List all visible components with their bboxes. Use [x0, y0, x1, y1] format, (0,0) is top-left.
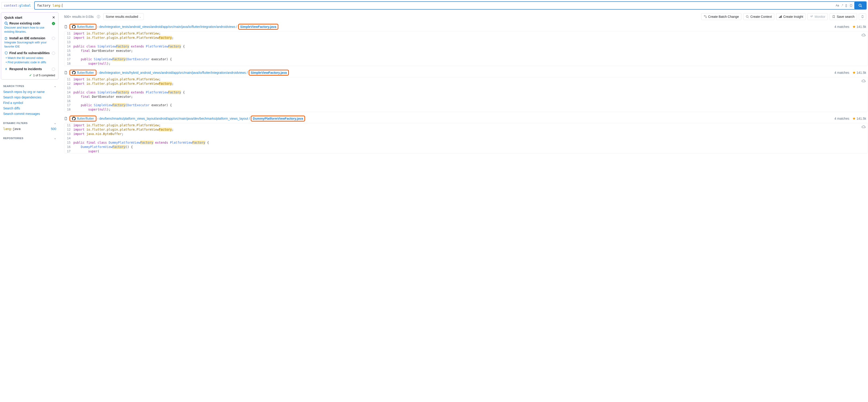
code-block[interactable]: 11import io.flutter.plugin.platform.Plat…	[64, 123, 868, 154]
quick-start-sublink[interactable]: Find problematic code in diffs	[6, 60, 51, 64]
code-line[interactable]: 14public class SimpleViewFactory extends…	[64, 44, 868, 49]
monitor-icon	[810, 15, 813, 18]
quick-start-card: Quick start ✕ Reuse existing code Discov…	[1, 12, 59, 79]
code-line[interactable]: 17 public SimpleViewFactory(DartExecutor…	[64, 103, 868, 107]
code-line[interactable]: 12import io.flutter.plugin.platform.Plat…	[64, 128, 868, 132]
progress-radio-icon	[52, 37, 55, 40]
dynamic-filters-header[interactable]: DYNAMIC FILTERS ⌄	[1, 120, 59, 126]
chevron-down-icon: ⌄	[54, 122, 57, 125]
repo-badge[interactable]: flutter/flutter	[69, 70, 96, 76]
quick-start-item[interactable]: Find and fix vulnerabilities Watch the 6…	[4, 51, 55, 64]
code-line[interactable]: 14	[64, 136, 868, 140]
smart-search-toggle[interactable]	[849, 3, 854, 7]
line-number: 11	[64, 123, 73, 128]
repo-name: flutter/flutter	[77, 25, 94, 29]
svg-point-6	[706, 17, 706, 18]
code-line[interactable]: 18 super(null);	[64, 61, 868, 66]
result-header[interactable]: flutter/flutter › dev/integration_tests/…	[64, 68, 868, 77]
filter-value: java	[13, 127, 21, 131]
code-line[interactable]: 13	[64, 86, 868, 90]
regex-toggle[interactable]: .*	[841, 4, 843, 7]
filename-badge[interactable]: DummyPlatformViewFactory.java	[251, 115, 305, 122]
code-line[interactable]: 17 public SimpleViewFactory(DartExecutor…	[64, 57, 868, 61]
info-icon[interactable]: i	[97, 15, 100, 18]
repo-badge[interactable]: flutter/flutter	[69, 24, 96, 30]
dynamic-filter[interactable]: lang:java500	[1, 126, 59, 132]
code-line[interactable]: 13import java.nio.ByteBuffer;	[64, 132, 868, 136]
result-header[interactable]: flutter/flutter › dev/benchmarks/platfor…	[64, 114, 868, 123]
structural-toggle[interactable]: []	[845, 4, 847, 7]
line-number: 13	[64, 86, 73, 90]
code-line[interactable]: 16 DummyPlatformViewFactory() {	[64, 145, 868, 149]
code-line[interactable]: 11import io.flutter.plugin.platform.Plat…	[64, 77, 868, 81]
create-insight-button[interactable]: Create Insight	[776, 13, 806, 20]
open-remote-icon[interactable]	[861, 125, 866, 129]
code-line[interactable]: 14public class SimpleViewFactory extends…	[64, 90, 868, 95]
progress-radio-icon	[52, 52, 55, 55]
code-line[interactable]: 11import io.flutter.plugin.platform.Plat…	[64, 31, 868, 36]
svg-line-4	[7, 24, 8, 25]
create-batch-change-button[interactable]: Create Batch Change	[701, 13, 742, 20]
file-path[interactable]: dev/benchmarks/platform_views_layout/and…	[99, 117, 248, 121]
bookmark-icon	[832, 15, 835, 18]
search-types-header[interactable]: SEARCH TYPES ⌄	[1, 83, 59, 89]
filename-badge[interactable]: SimpleViewFactory.java	[238, 24, 278, 30]
open-remote-icon[interactable]	[861, 79, 866, 83]
repositories-header[interactable]: REPOSITORIES ⌄	[1, 135, 59, 141]
code-line[interactable]: 16	[64, 53, 868, 57]
save-search-button[interactable]: Save search	[830, 13, 857, 20]
search-type-link[interactable]: Search repos by org or name	[1, 89, 59, 95]
code-line[interactable]: 15public final class DummyPlatformViewFa…	[64, 140, 868, 145]
code-block[interactable]: 11import io.flutter.plugin.platform.Plat…	[64, 31, 868, 66]
quick-start-item[interactable]: Respond to incidents	[4, 67, 55, 71]
search-type-link[interactable]: Search commit messages	[1, 111, 59, 116]
code-line[interactable]: 11import io.flutter.plugin.platform.Plat…	[64, 123, 868, 128]
monitor-button[interactable]: Monitor	[807, 13, 828, 20]
github-icon	[72, 25, 76, 29]
svg-rect-10	[780, 16, 781, 18]
close-icon[interactable]: ✕	[52, 15, 55, 20]
repo-badge[interactable]: flutter/flutter	[69, 115, 96, 122]
code-line[interactable]: 15 final DartExecutor executor;	[64, 95, 868, 99]
search-result: flutter/flutter › dev/integration_tests/…	[64, 68, 868, 112]
quick-start-item[interactable]: Install an IDE extension Integrate Sourc…	[4, 36, 55, 48]
search-input[interactable]: factory lang: Aa .* []	[34, 1, 867, 9]
code-line[interactable]: 12import io.flutter.plugin.platform.Plat…	[64, 36, 868, 40]
insight-icon	[779, 15, 782, 18]
chevron-down-icon: ⌄	[54, 85, 57, 88]
search-type-link[interactable]: Search diffs	[1, 105, 59, 111]
open-remote-icon[interactable]	[861, 33, 866, 37]
expand-button[interactable]	[859, 13, 866, 20]
case-sensitivity-toggle[interactable]: Aa	[836, 4, 839, 7]
svg-point-1	[859, 4, 861, 6]
filename-badge[interactable]: SimpleViewFactory.java	[249, 70, 289, 76]
create-context-button[interactable]: Create Context	[743, 13, 774, 20]
item-desc[interactable]: Discover and learn how to use existing l…	[4, 26, 51, 34]
line-number: 18	[64, 61, 73, 66]
result-header[interactable]: flutter/flutter › dev/integration_tests/…	[64, 22, 868, 31]
file-path[interactable]: dev/integration_tests/android_views/andr…	[99, 25, 236, 29]
code-line[interactable]: 13	[64, 40, 868, 44]
item-title: Respond to incidents	[9, 67, 42, 71]
search-query[interactable]: factory lang:	[35, 2, 834, 9]
code-line[interactable]: 12import io.flutter.plugin.platform.Plat…	[64, 81, 868, 86]
quick-start-sublink[interactable]: Watch the 60 second video	[6, 56, 51, 60]
code-line[interactable]: 17 super(	[64, 149, 868, 154]
code-line[interactable]: 18 super(null);	[64, 107, 868, 112]
quick-start-item[interactable]: Reuse existing code Discover and learn h…	[4, 22, 55, 34]
line-number: 18	[64, 107, 73, 112]
code-line[interactable]: 16	[64, 99, 868, 103]
code-block[interactable]: 11import io.flutter.plugin.platform.Plat…	[64, 77, 868, 112]
file-path[interactable]: dev/integration_tests/hybrid_android_vie…	[99, 71, 246, 74]
search-type-link[interactable]: Find a symbol	[1, 100, 59, 105]
item-desc[interactable]: Integrate Sourcegraph with your favorite…	[4, 40, 51, 48]
context-chip[interactable]: context:global	[1, 2, 33, 9]
code-line[interactable]: 15 final DartExecutor executor;	[64, 49, 868, 53]
search-filter-key: lang:	[52, 4, 62, 7]
search-button[interactable]	[854, 2, 866, 9]
check-icon: ✔	[29, 73, 32, 77]
search-result: flutter/flutter › dev/benchmarks/platfor…	[64, 114, 868, 154]
file-icon	[64, 25, 68, 29]
excluded-dropdown[interactable]: Some results excluded ⌄	[103, 13, 144, 20]
search-type-link[interactable]: Search repo dependencies	[1, 95, 59, 100]
